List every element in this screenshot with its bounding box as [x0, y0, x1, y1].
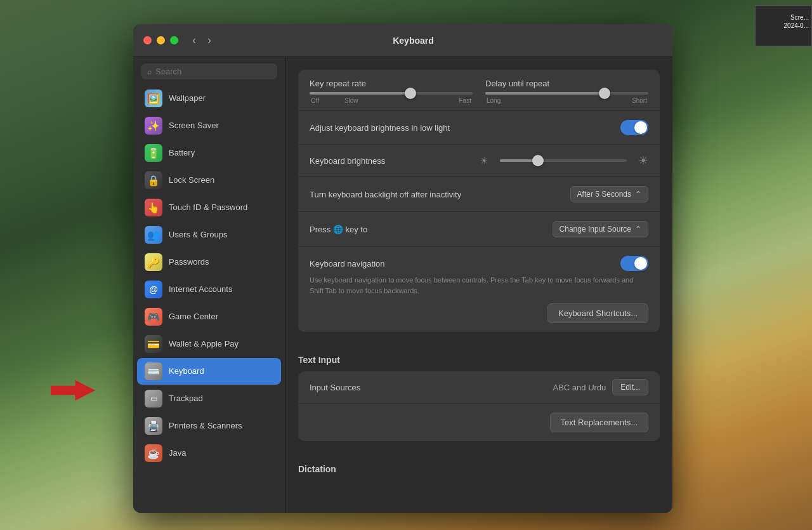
- sidebar-label-passwords: Passwords: [169, 257, 209, 268]
- backlight-row: Turn keyboard backlight off after inacti…: [298, 177, 660, 212]
- delay-thumb[interactable]: [599, 88, 610, 99]
- sidebar-label-screensaver: Screen Saver: [169, 121, 219, 131]
- text-input-card: Input Sources ABC and Urdu Edit... Text …: [298, 371, 660, 441]
- sidebar-label-internet: Internet Accounts: [169, 284, 232, 295]
- screenshot-thumbnail: Scre... 2024-0...: [755, 5, 812, 46]
- keyboard-nav-desc: Use keyboard navigation to move focus be…: [310, 275, 648, 296]
- sidebar-label-users: Users & Groups: [169, 230, 227, 241]
- search-container: ⌕: [133, 57, 285, 84]
- sidebar-item-passwords[interactable]: 🔑 Passwords: [137, 249, 281, 275]
- delay-track: [485, 92, 648, 95]
- window-title: Keyboard: [164, 36, 662, 46]
- input-sources-value: ABC and Urdu: [553, 383, 606, 392]
- press-key-label: Press 🌐 key to: [310, 225, 553, 234]
- sidebar-item-wallet[interactable]: 💳 Wallet & Apple Pay: [137, 331, 281, 357]
- users-icon: 👥: [145, 226, 162, 244]
- sidebar-label-battery: Battery: [169, 148, 195, 159]
- text-input-title: Text Input: [298, 345, 660, 371]
- keyboard-nav-label: Keyboard navigation: [310, 259, 620, 268]
- sidebar-item-trackpad[interactable]: ▭ Trackpad: [137, 385, 281, 412]
- wallpaper-icon: 🖼️: [145, 89, 162, 107]
- sidebar: ⌕ 🖼️ Wallpaper ✨ Screen Saver 🔋 Battery: [133, 57, 285, 513]
- lockscreen-icon: 🔒: [145, 171, 162, 189]
- sliders-section: Key repeat rate Off Slow: [298, 70, 660, 111]
- brightness-row: Adjust keyboard brightness in low light: [298, 111, 660, 145]
- sidebar-label-trackpad: Trackpad: [169, 394, 203, 404]
- sidebar-label-wallpaper: Wallpaper: [169, 93, 206, 104]
- internet-icon: @: [145, 281, 162, 298]
- sidebar-item-battery[interactable]: 🔋 Battery: [137, 140, 281, 166]
- keyboard-icon: ⌨️: [145, 362, 162, 380]
- delay-fill: [485, 92, 605, 95]
- sidebar-item-java[interactable]: ☕ Java: [137, 440, 281, 467]
- battery-icon: 🔋: [145, 144, 162, 162]
- edit-input-sources-button[interactable]: Edit...: [612, 379, 648, 395]
- press-key-row: Press 🌐 key to Change Input Source ⌃: [298, 212, 660, 247]
- system-preferences-window: ‹ › Keyboard ⌕ 🖼️ Wallpaper ✨ Scr: [133, 24, 672, 513]
- shortcuts-btn-container: Keyboard Shortcuts...: [310, 303, 648, 323]
- search-icon: ⌕: [147, 67, 152, 76]
- sidebar-label-keyboard: Keyboard: [169, 366, 204, 377]
- screenshot-label: Scre... 2024-0...: [784, 13, 809, 30]
- key-repeat-fill: [310, 92, 410, 95]
- trackpad-icon: ▭: [145, 390, 162, 407]
- java-icon: ☕: [145, 444, 162, 462]
- sidebar-item-users[interactable]: 👥 Users & Groups: [137, 222, 281, 248]
- delay-repeat-label: Delay until repeat: [485, 79, 648, 88]
- kb-brightness-row: Keyboard brightness ☀ ☀: [298, 145, 660, 177]
- backlight-label: Turn keyboard backlight off after inacti…: [310, 190, 570, 199]
- key-repeat-slider[interactable]: [310, 92, 473, 95]
- gamecenter-icon: 🎮: [145, 308, 162, 326]
- sidebar-item-printers[interactable]: 🖨️ Printers & Scanners: [137, 413, 281, 439]
- sun-dim-icon: ☀: [480, 156, 488, 166]
- wallet-icon: 💳: [145, 335, 162, 353]
- brightness-toggle[interactable]: [620, 120, 648, 135]
- keyboard-shortcuts-button[interactable]: Keyboard Shortcuts...: [547, 303, 648, 323]
- close-button[interactable]: [143, 36, 152, 44]
- brightness-label: Adjust keyboard brightness in low light: [310, 123, 620, 133]
- sidebar-item-gamecenter[interactable]: 🎮 Game Center: [137, 303, 281, 330]
- key-repeat-thumb[interactable]: [405, 88, 416, 99]
- dictation-title: Dictation: [298, 454, 660, 480]
- sidebar-item-lockscreen[interactable]: 🔒 Lock Screen: [137, 167, 281, 194]
- sidebar-label-gamecenter: Game Center: [169, 312, 218, 322]
- sidebar-item-internet[interactable]: @ Internet Accounts: [137, 276, 281, 303]
- delay-slider-container: Delay until repeat Long: [485, 79, 648, 104]
- key-repeat-label: Key repeat rate: [310, 79, 473, 88]
- input-sources-row: Input Sources ABC and Urdu Edit...: [298, 371, 660, 404]
- sun-bright-icon: ☀: [638, 154, 648, 168]
- text-replacements-button[interactable]: Text Replacements...: [550, 413, 648, 432]
- titlebar: ‹ › Keyboard: [133, 24, 672, 57]
- sidebar-item-screensaver[interactable]: ✨ Screen Saver: [137, 112, 281, 139]
- backlight-dropdown[interactable]: After 5 Seconds ⌃: [570, 186, 648, 202]
- text-replacements-row: Text Replacements...: [298, 404, 660, 441]
- keyboard-nav-header: Keyboard navigation: [310, 256, 648, 271]
- sidebar-item-keyboard[interactable]: ⌨️ Keyboard: [137, 358, 281, 385]
- touchid-icon: 👆: [145, 199, 162, 216]
- kb-brightness-track[interactable]: [500, 159, 627, 162]
- keyboard-nav-row: Keyboard navigation Use keyboard navigat…: [298, 247, 660, 332]
- key-repeat-slider-container: Key repeat rate Off Slow: [310, 79, 473, 104]
- main-content-panel: Key repeat rate Off Slow: [285, 57, 672, 513]
- screensaver-icon: ✨: [145, 117, 162, 135]
- kb-brightness-label: Keyboard brightness: [310, 156, 474, 166]
- sidebar-list: 🖼️ Wallpaper ✨ Screen Saver 🔋 Battery 🔒 …: [133, 84, 285, 513]
- kb-brightness-thumb[interactable]: [532, 155, 544, 166]
- sidebar-item-touchid[interactable]: 👆 Touch ID & Password: [137, 194, 281, 221]
- sidebar-label-touchid: Touch ID & Password: [169, 202, 247, 213]
- brightness-toggle-knob: [634, 121, 647, 134]
- key-repeat-card: Key repeat rate Off Slow: [298, 70, 660, 332]
- sidebar-label-java: Java: [169, 448, 186, 459]
- keyboard-nav-toggle[interactable]: [620, 256, 648, 271]
- delay-slider[interactable]: [485, 92, 648, 95]
- search-box[interactable]: ⌕: [141, 63, 277, 79]
- keyboard-nav-toggle-knob: [634, 257, 647, 270]
- passwords-icon: 🔑: [145, 253, 162, 271]
- printers-icon: 🖨️: [145, 417, 162, 435]
- key-repeat-track: [310, 92, 473, 95]
- sidebar-label-wallet: Wallet & Apple Pay: [169, 339, 239, 350]
- sidebar-item-wallpaper[interactable]: 🖼️ Wallpaper: [137, 85, 281, 112]
- delay-repeat-ticks: Long Short: [485, 97, 648, 104]
- press-key-dropdown[interactable]: Change Input Source ⌃: [553, 221, 648, 237]
- search-input[interactable]: [155, 67, 271, 76]
